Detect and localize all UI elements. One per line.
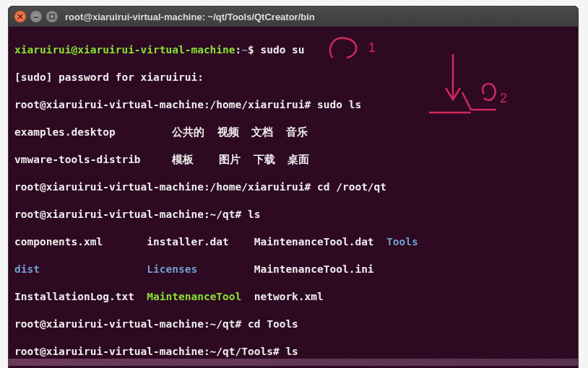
- output-line: InstallationLog.txt MaintenanceTool netw…: [14, 290, 572, 304]
- titlebar[interactable]: root@xiaruirui-virtual-machine: ~/qt/Too…: [9, 6, 578, 27]
- output-line: vmware-tools-distrib 模板 图片 下载 桌面: [14, 153, 572, 167]
- output-line: examples.desktop 公共的 视频 文档 音乐: [14, 126, 572, 139]
- terminal-output[interactable]: xiaruirui@xiaruirui-virtual-machine:~$ s…: [9, 27, 578, 368]
- output-line: [sudo] password for xiaruirui:: [14, 71, 572, 84]
- terminal-window: root@xiaruirui-virtual-machine: ~/qt/Too…: [8, 6, 579, 368]
- close-icon[interactable]: [14, 11, 26, 22]
- prompt-line: root@xiaruirui-virtual-machine:/home/xia…: [14, 180, 572, 194]
- prompt-line: xiaruirui@xiaruirui-virtual-machine:~$ s…: [14, 43, 572, 57]
- window-title: root@xiaruirui-virtual-machine: ~/qt/Too…: [65, 12, 315, 22]
- prompt-line: root@xiaruirui-virtual-machine:/home/xia…: [14, 98, 572, 112]
- output-line: dist Licenses MaintenanceTool.ini: [14, 263, 572, 276]
- svg-rect-0: [50, 14, 54, 19]
- minimize-icon[interactable]: [30, 11, 42, 22]
- prompt-line: root@xiaruirui-virtual-machine:~/qt/Tool…: [14, 345, 572, 359]
- prompt-line: root@xiaruirui-virtual-machine:~/qt# ls: [14, 208, 572, 222]
- output-line: components.xml installer.dat Maintenance…: [14, 235, 572, 249]
- prompt-line: root@xiaruirui-virtual-machine:~/qt# cd …: [14, 317, 572, 331]
- decorative-border: [8, 359, 579, 366]
- maximize-icon[interactable]: [46, 11, 58, 22]
